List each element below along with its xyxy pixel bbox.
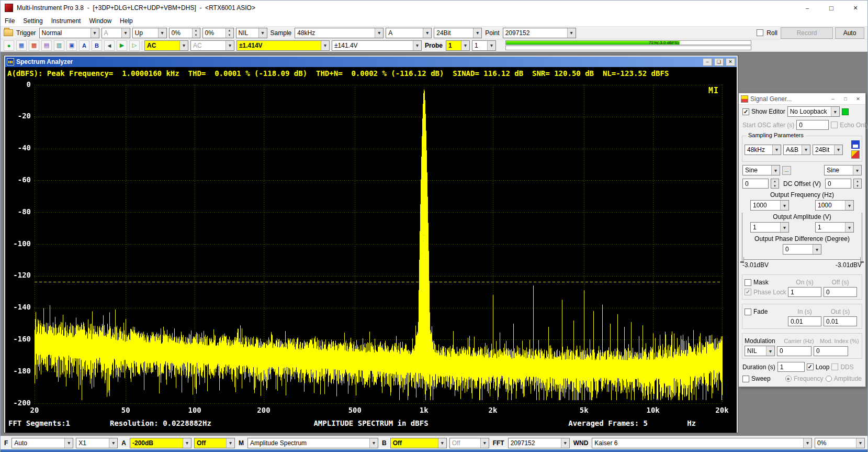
trigger-edge-select[interactable]: Up [132,28,167,38]
output-icon[interactable]: ▷ [129,40,140,51]
spin-up-icon[interactable] [193,28,200,33]
carrier-input[interactable]: 0 [777,346,811,356]
overlap-select[interactable]: 0% [815,438,865,448]
range-b-select[interactable]: ±141.4V [332,40,422,51]
spectrum-analyzer-icon[interactable]: ▩ [29,40,39,51]
waveform-b-select[interactable]: Sine [824,165,862,175]
start-osc-input[interactable]: 0 [796,120,829,130]
mask-checkbox[interactable] [745,279,751,286]
hpf-select[interactable]: NIL [236,28,267,38]
mod-index-input[interactable]: 0 [814,346,848,356]
lock-icon[interactable]: ▣ [66,40,77,51]
echo-only-checkbox[interactable] [831,122,838,128]
signal-generator-title-bar[interactable]: Signal Gener... [739,93,865,105]
record-button[interactable]: Record [781,27,833,39]
trigger-delay-stepper[interactable]: 0% [202,28,234,38]
roll-checkbox[interactable] [757,29,763,36]
display-mode-select[interactable]: Amplitude Spectrum [247,438,378,448]
amplitude-b-slider[interactable] [862,213,862,263]
menu-setting[interactable]: Setting [19,15,47,26]
siggen-rate-select[interactable]: 48kHz [745,145,781,155]
save-icon[interactable] [851,140,860,149]
play-icon[interactable]: ▶ [117,40,127,51]
range-a-select[interactable]: ±1.414V [236,40,330,51]
speaker-icon[interactable]: ◄ [104,40,115,51]
menu-instrument[interactable]: Instrument [47,15,85,26]
amplitude-b-select[interactable]: 1 [815,222,854,233]
dc-offset-b-input[interactable]: 0 [825,179,851,189]
trigger-mode-select[interactable]: Normal [39,28,99,38]
sample-channel-select[interactable]: A [386,28,432,38]
duration-input[interactable]: 1 [777,362,805,372]
auto-button[interactable]: Auto [835,27,864,39]
siggen-channel-select[interactable]: A&B [783,145,810,155]
fade-in-input[interactable]: 0.01 [788,316,821,326]
sweep-checkbox[interactable] [742,376,749,382]
x-zoom-select[interactable]: X1 [76,438,118,448]
menu-window[interactable]: Window [85,15,116,26]
sweep-amplitude-radio[interactable] [826,376,832,382]
a-range-select[interactable]: -200dB [130,438,191,448]
spin-down-icon[interactable] [854,184,861,189]
frequency-b-select[interactable]: 1000 [815,200,854,211]
dc-offset-a-input[interactable]: 0 [742,179,769,189]
menu-help[interactable]: Help [116,15,137,26]
trigger-level-stepper[interactable]: 0% [169,28,200,38]
trigger-source-select[interactable]: A [102,28,130,38]
window-function-select[interactable]: Kaiser 6 [592,438,812,448]
fade-checkbox[interactable] [745,308,751,315]
menu-file[interactable]: File [1,15,19,26]
maximize-button[interactable] [819,1,843,15]
spin-down-icon[interactable] [193,33,200,38]
dds-checkbox[interactable] [831,363,838,370]
sample-bits-select[interactable]: 24Bit [434,28,482,38]
phase-lock-checkbox[interactable] [745,289,751,295]
minimize-button[interactable] [795,1,819,15]
mask-on-input[interactable]: 1 [788,287,821,297]
siggen-close-button[interactable] [853,95,863,103]
spectrum-minimize-button[interactable] [703,58,712,66]
a-mode-select[interactable]: Off [194,438,235,448]
preset-icon[interactable] [851,150,860,159]
spin-down-icon[interactable] [771,184,779,189]
probe-a-select[interactable]: 1 [446,40,470,51]
probe-b-select[interactable]: 1 [472,40,496,51]
mask-off-input[interactable]: 0 [824,287,857,297]
points-select[interactable]: 2097152 [503,28,576,38]
siggen-restore-button[interactable] [840,95,851,103]
open-file-icon[interactable] [4,29,13,36]
spin-down-icon[interactable] [226,33,233,38]
sweep-frequency-radio[interactable] [785,376,792,382]
spin-up-icon[interactable] [226,28,233,33]
amplitude-a-slider[interactable] [742,213,742,263]
fade-out-input[interactable]: 0.01 [824,316,857,326]
siggen-minimize-button[interactable] [828,95,838,103]
slider-thumb[interactable] [860,261,864,263]
loop-checkbox[interactable] [807,363,814,370]
channel-b-icon[interactable]: B [92,40,102,51]
frequency-axis-select[interactable]: Auto [12,438,73,448]
sample-rate-select[interactable]: 48kHz [295,28,384,38]
phase-difference-select[interactable]: 0 [783,244,821,255]
run-icon[interactable]: ● [4,40,14,51]
b-mode-select[interactable]: Off [449,438,489,448]
phase-slider[interactable] [743,259,861,260]
waveform-a-select[interactable]: Sine [742,165,780,175]
spectrum-close-button[interactable] [726,58,735,66]
loopback-select[interactable]: No Loopback [787,106,840,117]
coupling-a-select[interactable]: AC [144,40,188,51]
b-range-select[interactable]: Off [390,438,447,448]
spectrum-3d-plot-icon[interactable]: ▤ [41,40,52,51]
coupling-b-select[interactable]: AC [190,40,234,51]
oscilloscope-icon[interactable]: ▦ [16,40,27,51]
spectrum-title-bar[interactable]: Spectrum Analyzer [5,57,737,67]
waveform-editor-button[interactable]: ... [782,166,791,175]
amplitude-a-select[interactable]: 1 [750,222,789,233]
fft-size-select[interactable]: 2097152 [508,438,570,448]
spectrum-plot[interactable] [5,80,736,417]
channel-a-icon[interactable]: A [79,40,89,51]
dc-offset-b-stepper[interactable] [853,179,862,189]
dc-offset-a-stepper[interactable] [771,179,779,189]
spectrum-restore-button[interactable] [714,58,724,66]
data-logger-icon[interactable]: ▥ [54,40,64,51]
